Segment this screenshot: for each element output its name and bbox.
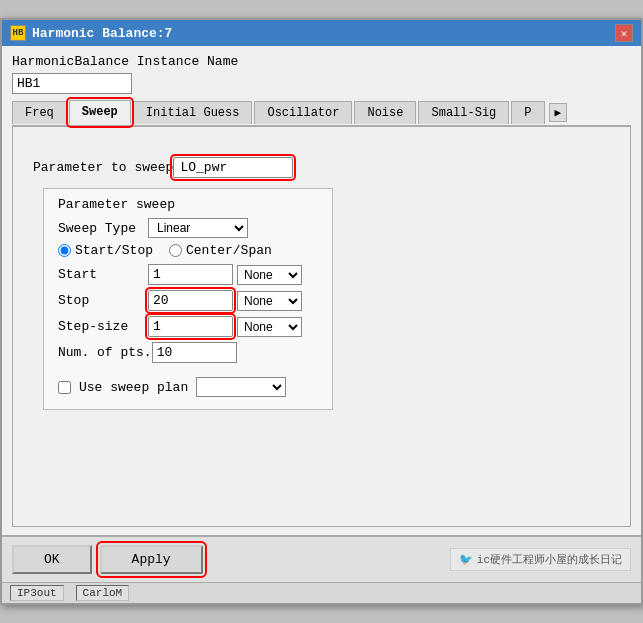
window-title: Harmonic Balance:7: [32, 26, 172, 41]
content-area: HarmonicBalance Instance Name Freq Sweep…: [2, 46, 641, 535]
status-item-carlom: CarloM: [76, 585, 130, 601]
watermark-text: ic硬件工程师小屋的成长日记: [477, 552, 622, 567]
tabs-row: Freq Sweep Initial Guess Oscillator Nois…: [12, 100, 631, 127]
numpts-label: Num. of pts.: [58, 345, 152, 360]
sweep-plan-row: Use sweep plan: [58, 377, 318, 397]
parameter-sweep-row: Parameter to sweep: [33, 157, 610, 178]
tab-freq[interactable]: Freq: [12, 101, 67, 124]
radio-center-span-label: Center/Span: [186, 243, 272, 258]
sweep-group-title: Parameter sweep: [58, 197, 318, 212]
start-label: Start: [58, 267, 148, 282]
watermark-icon: 🐦: [459, 553, 473, 566]
status-item-ip3out: IP3out: [10, 585, 64, 601]
title-bar: HB Harmonic Balance:7 ✕: [2, 20, 641, 46]
ok-button[interactable]: OK: [12, 545, 92, 574]
stop-label: Stop: [58, 293, 148, 308]
instance-name-label: HarmonicBalance Instance Name: [12, 54, 631, 69]
numpts-input[interactable]: [152, 342, 237, 363]
tab-oscillator[interactable]: Oscillator: [254, 101, 352, 124]
use-sweep-plan-checkbox[interactable]: [58, 381, 71, 394]
sweep-mode-radio-row: Start/Stop Center/Span: [58, 243, 318, 258]
radio-start-stop-input[interactable]: [58, 244, 71, 257]
tab-sweep[interactable]: Sweep: [69, 100, 131, 125]
use-sweep-plan-label: Use sweep plan: [79, 380, 188, 395]
tab-initial-guess[interactable]: Initial Guess: [133, 101, 253, 124]
sweep-panel: Parameter to sweep Parameter sweep Sweep…: [12, 127, 631, 527]
numpts-row: Num. of pts.: [58, 342, 318, 363]
instance-name-input[interactable]: [12, 73, 132, 94]
stepsize-input[interactable]: [148, 316, 233, 337]
sweep-type-label: Sweep Type: [58, 221, 148, 236]
param-to-sweep-label: Parameter to sweep: [33, 160, 173, 175]
start-unit-select[interactable]: None dBm dB V: [237, 265, 302, 285]
radio-center-span[interactable]: Center/Span: [169, 243, 272, 258]
tab-small-sig[interactable]: Small-Sig: [418, 101, 509, 124]
radio-center-span-input[interactable]: [169, 244, 182, 257]
radio-start-stop-label: Start/Stop: [75, 243, 153, 258]
stepsize-row: Step-size None dBm dB V: [58, 316, 318, 337]
app-icon: HB: [10, 25, 26, 41]
stop-input[interactable]: [148, 290, 233, 311]
sweep-type-select[interactable]: Linear Log List: [148, 218, 248, 238]
param-to-sweep-input[interactable]: [173, 157, 293, 178]
footer-right: 🐦 ic硬件工程师小屋的成长日记: [450, 548, 631, 571]
harmonic-balance-window: HB Harmonic Balance:7 ✕ HarmonicBalance …: [0, 18, 643, 605]
close-button[interactable]: ✕: [615, 24, 633, 42]
watermark: 🐦 ic硬件工程师小屋的成长日记: [450, 548, 631, 571]
footer: OK Apply 🐦 ic硬件工程师小屋的成长日记: [2, 535, 641, 582]
start-row: Start None dBm dB V: [58, 264, 318, 285]
tab-nav-forward[interactable]: ▶: [549, 103, 568, 122]
title-bar-left: HB Harmonic Balance:7: [10, 25, 172, 41]
stepsize-unit-select[interactable]: None dBm dB V: [237, 317, 302, 337]
stepsize-label: Step-size: [58, 319, 148, 334]
stop-row: Stop None dBm dB V: [58, 290, 318, 311]
status-bar: IP3out CarloM: [2, 582, 641, 603]
tab-p[interactable]: P: [511, 101, 544, 124]
stop-unit-select[interactable]: None dBm dB V: [237, 291, 302, 311]
start-input[interactable]: [148, 264, 233, 285]
apply-button[interactable]: Apply: [100, 545, 203, 574]
tab-noise[interactable]: Noise: [354, 101, 416, 124]
radio-start-stop[interactable]: Start/Stop: [58, 243, 153, 258]
parameter-sweep-group: Parameter sweep Sweep Type Linear Log Li…: [43, 188, 333, 410]
sweep-type-row: Sweep Type Linear Log List: [58, 218, 318, 238]
sweep-plan-select[interactable]: [196, 377, 286, 397]
